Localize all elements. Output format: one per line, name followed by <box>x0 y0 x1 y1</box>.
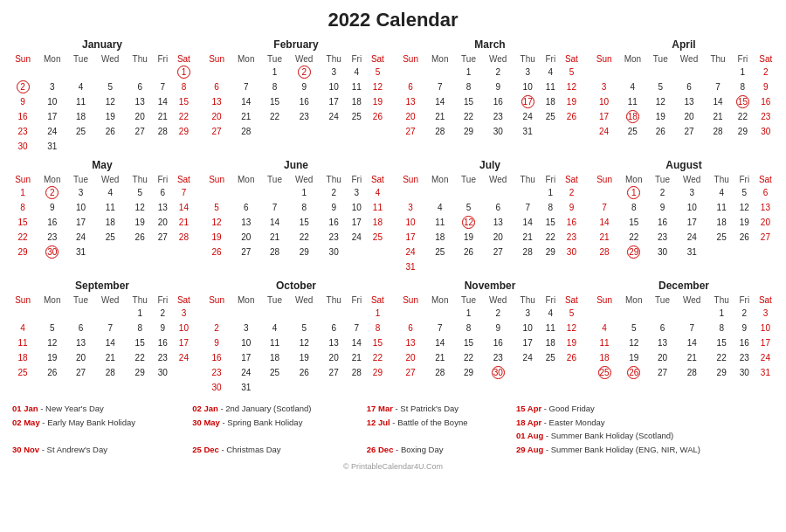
calendar-day: 30 <box>560 245 583 259</box>
calendar-day <box>673 65 705 79</box>
calendar-day: 27 <box>154 230 172 245</box>
calendar-day: 10 <box>514 79 541 94</box>
calendar-day: 13 <box>321 335 348 350</box>
month-title: March <box>396 38 583 51</box>
calendar-day: 4 <box>708 185 735 200</box>
calendar-day: 21 <box>261 230 287 245</box>
calendar-day: 3 <box>514 306 541 321</box>
calendar-day: 26 <box>618 365 649 380</box>
calendar-day: 13 <box>154 200 172 215</box>
calendar-day: 3 <box>67 185 93 200</box>
calendar-day: 29 <box>127 365 154 380</box>
calendar-day: 20 <box>154 215 172 230</box>
calendar-day: 19 <box>618 350 649 365</box>
calendar-day: 19 <box>37 350 67 365</box>
calendar-day: 9 <box>37 200 67 215</box>
calendar-day: 21 <box>172 215 196 230</box>
calendar-day: 6 <box>396 79 424 94</box>
calendar-day: 6 <box>649 321 675 335</box>
calendar-day <box>424 65 455 79</box>
calendar-day: 31 <box>396 259 424 274</box>
calendar-day <box>94 139 127 154</box>
calendar-day: 12 <box>455 215 481 230</box>
calendar-day: 22 <box>731 109 754 124</box>
calendar-day: 26 <box>366 109 390 124</box>
calendar-day <box>647 65 673 79</box>
calendar-day: 27 <box>396 365 424 380</box>
month-title: August <box>590 159 777 171</box>
calendar-day: 16 <box>560 215 583 230</box>
calendar-day: 23 <box>37 230 67 245</box>
calendar-day <box>560 259 583 274</box>
calendar-day: 14 <box>424 335 455 350</box>
calendar-day: 1 <box>618 185 649 200</box>
calendar-day <box>261 185 287 200</box>
calendar-day: 23 <box>735 350 754 365</box>
calendar-day: 8 <box>9 200 37 215</box>
calendar-day: 22 <box>455 350 481 365</box>
calendar-day: 17 <box>590 109 617 124</box>
calendar-day: 21 <box>348 350 366 365</box>
calendar-day: 11 <box>541 79 560 94</box>
calendar-day <box>203 65 231 79</box>
calendar-day: 24 <box>396 245 424 259</box>
calendar-day: 25 <box>67 124 93 139</box>
calendar-day: 19 <box>647 109 673 124</box>
calendar-day: 2 <box>9 79 37 94</box>
calendar-day: 19 <box>560 94 583 109</box>
calendar-day: 29 <box>366 365 390 380</box>
calendar-day: 8 <box>172 79 196 94</box>
calendar-day: 31 <box>676 245 708 259</box>
calendar-day: 17 <box>67 215 93 230</box>
calendar-day: 27 <box>649 365 675 380</box>
calendar-day: 4 <box>541 65 560 79</box>
calendar-day <box>424 259 455 274</box>
calendar-day <box>67 65 93 79</box>
calendar-day: 19 <box>560 335 583 350</box>
calendar-day: 1 <box>288 185 321 200</box>
holiday-item: 01 Jan - New Year's Day <box>9 402 189 416</box>
calendar-day: 17 <box>321 94 348 109</box>
calendar-day <box>590 306 618 321</box>
month-may: MaySunMonTueWedThuFriSat1234567891011121… <box>9 159 196 274</box>
calendar-day: 17 <box>172 335 196 350</box>
calendar-day: 12 <box>560 79 583 94</box>
calendar-day: 18 <box>366 215 390 230</box>
calendar-day: 7 <box>231 79 261 94</box>
calendar-day: 17 <box>37 109 67 124</box>
calendar-day: 6 <box>754 185 777 200</box>
calendar-day: 13 <box>649 335 675 350</box>
calendar-day: 23 <box>755 109 777 124</box>
calendar-day <box>424 306 455 321</box>
holiday-item: 26 Dec - Boxing Day <box>363 443 513 457</box>
calendar-day: 31 <box>514 124 541 139</box>
calendar-day: 9 <box>755 79 777 94</box>
calendar-day: 1 <box>366 306 390 321</box>
calendar-day: 3 <box>590 79 617 94</box>
calendar-day: 3 <box>37 79 67 94</box>
calendar-day <box>541 365 560 380</box>
calendar-day: 30 <box>9 139 37 154</box>
calendar-day: 17 <box>514 335 541 350</box>
calendar-day: 29 <box>455 124 481 139</box>
calendar-day <box>321 306 348 321</box>
calendar-day: 8 <box>366 321 390 335</box>
calendar-day: 26 <box>288 365 321 380</box>
calendar-day: 17 <box>348 215 366 230</box>
calendar-day: 6 <box>127 79 154 94</box>
calendar-day: 16 <box>755 94 777 109</box>
calendar-day: 18 <box>348 94 366 109</box>
calendars-grid: JanuarySunMonTueWedThuFriSat123456789101… <box>9 38 777 395</box>
calendar-day: 21 <box>94 350 127 365</box>
calendar-day: 2 <box>735 306 754 321</box>
calendar-day: 7 <box>94 321 127 335</box>
calendar-day: 6 <box>321 321 348 335</box>
calendar-day: 3 <box>321 65 348 79</box>
holiday-item: 18 Apr - Easter Monday01 Aug - Summer Ba… <box>513 416 777 443</box>
calendar-day: 24 <box>514 109 541 124</box>
holiday-item: 15 Apr - Good Friday <box>513 402 777 416</box>
calendar-day <box>203 185 231 200</box>
month-title: November <box>396 280 583 292</box>
calendar-day: 6 <box>203 79 231 94</box>
calendar-day: 11 <box>424 215 455 230</box>
